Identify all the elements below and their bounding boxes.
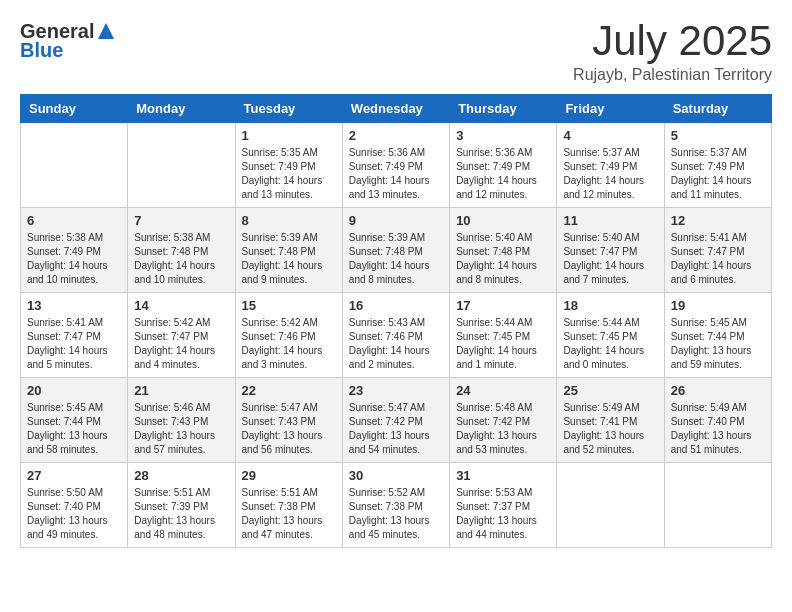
calendar-cell: 23Sunrise: 5:47 AM Sunset: 7:42 PM Dayli…: [342, 378, 449, 463]
col-thursday: Thursday: [450, 95, 557, 123]
calendar-cell: 3Sunrise: 5:36 AM Sunset: 7:49 PM Daylig…: [450, 123, 557, 208]
day-detail: Sunrise: 5:45 AM Sunset: 7:44 PM Dayligh…: [671, 316, 765, 372]
calendar-cell: 1Sunrise: 5:35 AM Sunset: 7:49 PM Daylig…: [235, 123, 342, 208]
calendar-cell: 12Sunrise: 5:41 AM Sunset: 7:47 PM Dayli…: [664, 208, 771, 293]
day-detail: Sunrise: 5:37 AM Sunset: 7:49 PM Dayligh…: [563, 146, 657, 202]
calendar-cell: 17Sunrise: 5:44 AM Sunset: 7:45 PM Dayli…: [450, 293, 557, 378]
day-number: 5: [671, 128, 765, 143]
day-number: 3: [456, 128, 550, 143]
day-detail: Sunrise: 5:37 AM Sunset: 7:49 PM Dayligh…: [671, 146, 765, 202]
logo: General Blue: [20, 20, 116, 62]
calendar-cell: 7Sunrise: 5:38 AM Sunset: 7:48 PM Daylig…: [128, 208, 235, 293]
calendar-cell: 18Sunrise: 5:44 AM Sunset: 7:45 PM Dayli…: [557, 293, 664, 378]
calendar-header-row: Sunday Monday Tuesday Wednesday Thursday…: [21, 95, 772, 123]
day-detail: Sunrise: 5:40 AM Sunset: 7:47 PM Dayligh…: [563, 231, 657, 287]
day-detail: Sunrise: 5:47 AM Sunset: 7:42 PM Dayligh…: [349, 401, 443, 457]
col-friday: Friday: [557, 95, 664, 123]
day-detail: Sunrise: 5:46 AM Sunset: 7:43 PM Dayligh…: [134, 401, 228, 457]
day-detail: Sunrise: 5:41 AM Sunset: 7:47 PM Dayligh…: [671, 231, 765, 287]
calendar-cell: 22Sunrise: 5:47 AM Sunset: 7:43 PM Dayli…: [235, 378, 342, 463]
calendar-cell: 15Sunrise: 5:42 AM Sunset: 7:46 PM Dayli…: [235, 293, 342, 378]
day-number: 19: [671, 298, 765, 313]
day-number: 9: [349, 213, 443, 228]
day-number: 17: [456, 298, 550, 313]
calendar-cell: 13Sunrise: 5:41 AM Sunset: 7:47 PM Dayli…: [21, 293, 128, 378]
day-number: 1: [242, 128, 336, 143]
day-detail: Sunrise: 5:52 AM Sunset: 7:38 PM Dayligh…: [349, 486, 443, 542]
day-number: 20: [27, 383, 121, 398]
calendar-week-row: 1Sunrise: 5:35 AM Sunset: 7:49 PM Daylig…: [21, 123, 772, 208]
calendar-cell: 27Sunrise: 5:50 AM Sunset: 7:40 PM Dayli…: [21, 463, 128, 548]
calendar-cell: 29Sunrise: 5:51 AM Sunset: 7:38 PM Dayli…: [235, 463, 342, 548]
day-detail: Sunrise: 5:44 AM Sunset: 7:45 PM Dayligh…: [456, 316, 550, 372]
calendar-cell: 21Sunrise: 5:46 AM Sunset: 7:43 PM Dayli…: [128, 378, 235, 463]
day-number: 7: [134, 213, 228, 228]
logo-blue-text: Blue: [20, 39, 63, 62]
calendar-cell: 24Sunrise: 5:48 AM Sunset: 7:42 PM Dayli…: [450, 378, 557, 463]
day-number: 4: [563, 128, 657, 143]
col-sunday: Sunday: [21, 95, 128, 123]
calendar-cell: [128, 123, 235, 208]
location-subtitle: Rujayb, Palestinian Territory: [573, 66, 772, 84]
day-detail: Sunrise: 5:36 AM Sunset: 7:49 PM Dayligh…: [456, 146, 550, 202]
day-detail: Sunrise: 5:39 AM Sunset: 7:48 PM Dayligh…: [349, 231, 443, 287]
day-number: 22: [242, 383, 336, 398]
day-number: 27: [27, 468, 121, 483]
day-detail: Sunrise: 5:53 AM Sunset: 7:37 PM Dayligh…: [456, 486, 550, 542]
day-number: 13: [27, 298, 121, 313]
day-number: 23: [349, 383, 443, 398]
calendar-cell: [557, 463, 664, 548]
day-number: 14: [134, 298, 228, 313]
day-number: 18: [563, 298, 657, 313]
day-detail: Sunrise: 5:36 AM Sunset: 7:49 PM Dayligh…: [349, 146, 443, 202]
day-detail: Sunrise: 5:43 AM Sunset: 7:46 PM Dayligh…: [349, 316, 443, 372]
calendar-cell: [21, 123, 128, 208]
calendar-cell: 30Sunrise: 5:52 AM Sunset: 7:38 PM Dayli…: [342, 463, 449, 548]
day-number: 11: [563, 213, 657, 228]
calendar-cell: 6Sunrise: 5:38 AM Sunset: 7:49 PM Daylig…: [21, 208, 128, 293]
day-number: 31: [456, 468, 550, 483]
day-number: 16: [349, 298, 443, 313]
day-detail: Sunrise: 5:35 AM Sunset: 7:49 PM Dayligh…: [242, 146, 336, 202]
calendar-cell: 2Sunrise: 5:36 AM Sunset: 7:49 PM Daylig…: [342, 123, 449, 208]
day-detail: Sunrise: 5:40 AM Sunset: 7:48 PM Dayligh…: [456, 231, 550, 287]
calendar-cell: 4Sunrise: 5:37 AM Sunset: 7:49 PM Daylig…: [557, 123, 664, 208]
day-number: 12: [671, 213, 765, 228]
day-detail: Sunrise: 5:39 AM Sunset: 7:48 PM Dayligh…: [242, 231, 336, 287]
day-detail: Sunrise: 5:45 AM Sunset: 7:44 PM Dayligh…: [27, 401, 121, 457]
calendar-week-row: 6Sunrise: 5:38 AM Sunset: 7:49 PM Daylig…: [21, 208, 772, 293]
day-number: 29: [242, 468, 336, 483]
col-wednesday: Wednesday: [342, 95, 449, 123]
day-number: 8: [242, 213, 336, 228]
calendar-cell: 8Sunrise: 5:39 AM Sunset: 7:48 PM Daylig…: [235, 208, 342, 293]
calendar-cell: 5Sunrise: 5:37 AM Sunset: 7:49 PM Daylig…: [664, 123, 771, 208]
calendar-cell: 20Sunrise: 5:45 AM Sunset: 7:44 PM Dayli…: [21, 378, 128, 463]
day-detail: Sunrise: 5:50 AM Sunset: 7:40 PM Dayligh…: [27, 486, 121, 542]
day-detail: Sunrise: 5:51 AM Sunset: 7:38 PM Dayligh…: [242, 486, 336, 542]
calendar-week-row: 20Sunrise: 5:45 AM Sunset: 7:44 PM Dayli…: [21, 378, 772, 463]
day-number: 28: [134, 468, 228, 483]
calendar-cell: 26Sunrise: 5:49 AM Sunset: 7:40 PM Dayli…: [664, 378, 771, 463]
day-detail: Sunrise: 5:51 AM Sunset: 7:39 PM Dayligh…: [134, 486, 228, 542]
col-tuesday: Tuesday: [235, 95, 342, 123]
day-detail: Sunrise: 5:42 AM Sunset: 7:47 PM Dayligh…: [134, 316, 228, 372]
day-detail: Sunrise: 5:41 AM Sunset: 7:47 PM Dayligh…: [27, 316, 121, 372]
day-number: 6: [27, 213, 121, 228]
day-number: 26: [671, 383, 765, 398]
day-detail: Sunrise: 5:49 AM Sunset: 7:41 PM Dayligh…: [563, 401, 657, 457]
day-detail: Sunrise: 5:48 AM Sunset: 7:42 PM Dayligh…: [456, 401, 550, 457]
calendar-cell: [664, 463, 771, 548]
day-number: 21: [134, 383, 228, 398]
svg-marker-0: [98, 23, 114, 39]
calendar-cell: 9Sunrise: 5:39 AM Sunset: 7:48 PM Daylig…: [342, 208, 449, 293]
logo-icon: [96, 21, 116, 41]
calendar-cell: 31Sunrise: 5:53 AM Sunset: 7:37 PM Dayli…: [450, 463, 557, 548]
calendar-cell: 11Sunrise: 5:40 AM Sunset: 7:47 PM Dayli…: [557, 208, 664, 293]
day-number: 25: [563, 383, 657, 398]
calendar-cell: 16Sunrise: 5:43 AM Sunset: 7:46 PM Dayli…: [342, 293, 449, 378]
calendar-week-row: 27Sunrise: 5:50 AM Sunset: 7:40 PM Dayli…: [21, 463, 772, 548]
calendar-cell: 25Sunrise: 5:49 AM Sunset: 7:41 PM Dayli…: [557, 378, 664, 463]
day-detail: Sunrise: 5:49 AM Sunset: 7:40 PM Dayligh…: [671, 401, 765, 457]
day-detail: Sunrise: 5:38 AM Sunset: 7:49 PM Dayligh…: [27, 231, 121, 287]
day-detail: Sunrise: 5:44 AM Sunset: 7:45 PM Dayligh…: [563, 316, 657, 372]
